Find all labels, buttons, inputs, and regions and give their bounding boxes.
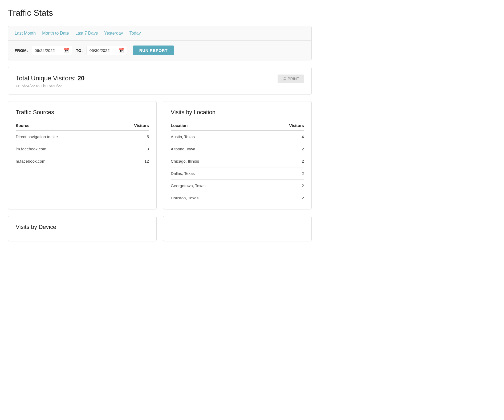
location-col-header: Location xyxy=(171,121,264,131)
traffic-visitors-cell: 12 xyxy=(114,155,149,167)
from-label: FROM: xyxy=(15,48,28,53)
to-calendar-icon[interactable]: 📅 xyxy=(118,48,124,53)
quick-filter-yesterday[interactable]: Yesterday xyxy=(104,31,123,36)
table-row: Altoona, Iowa 2 xyxy=(171,143,304,155)
summary-title: Total Unique Visitors: 20 xyxy=(16,75,84,82)
traffic-visitors-cell: 3 xyxy=(114,143,149,155)
location-visitors-cell: 4 xyxy=(264,131,304,143)
traffic-sources-card: Traffic Sources Source Visitors Direct n… xyxy=(8,101,157,209)
to-label: TO: xyxy=(76,48,83,53)
quick-filter-last-7-days[interactable]: Last 7 Days xyxy=(75,31,98,36)
filter-card: Last Month Month to Date Last 7 Days Yes… xyxy=(8,26,312,60)
visits-by-location-table: Location Visitors Austin, Texas 4 Altoon… xyxy=(171,121,304,204)
date-row: FROM: 📅 TO: 📅 RUN REPORT xyxy=(8,41,311,60)
table-row: Direct navigation to site 5 xyxy=(16,131,149,143)
location-cell: Austin, Texas xyxy=(171,131,264,143)
bottom-cards-section: Visits by Device xyxy=(8,216,312,241)
summary-date-range: Fri 6/24/22 to Thu 6/30/22 xyxy=(16,84,84,88)
from-calendar-icon[interactable]: 📅 xyxy=(63,48,69,53)
visits-by-location-title: Visits by Location xyxy=(171,109,304,116)
location-cell: Altoona, Iowa xyxy=(171,143,264,155)
run-report-button[interactable]: RUN REPORT xyxy=(133,46,174,55)
traffic-visitors-col-header: Visitors xyxy=(114,121,149,131)
summary-card: Total Unique Visitors: 20 Fri 6/24/22 to… xyxy=(8,67,312,95)
table-row: Chicago, Illinois 2 xyxy=(171,155,304,167)
location-visitors-cell: 2 xyxy=(264,143,304,155)
quick-filter-today[interactable]: Today xyxy=(129,31,141,36)
traffic-visitors-cell: 5 xyxy=(114,131,149,143)
table-row: Austin, Texas 4 xyxy=(171,131,304,143)
to-date-input[interactable] xyxy=(90,48,116,53)
location-visitors-cell: 2 xyxy=(264,155,304,167)
from-date-input[interactable] xyxy=(35,48,61,53)
table-row: m.facebook.com 12 xyxy=(16,155,149,167)
printer-icon: 🖨 xyxy=(282,77,286,81)
print-button[interactable]: 🖨 PRINT xyxy=(278,75,304,83)
location-visitors-cell: 2 xyxy=(264,180,304,192)
traffic-source-cell: Direct navigation to site xyxy=(16,131,114,143)
location-visitors-cell: 2 xyxy=(264,167,304,180)
traffic-sources-title: Traffic Sources xyxy=(16,109,149,116)
quick-filters-bar: Last Month Month to Date Last 7 Days Yes… xyxy=(8,26,311,41)
traffic-sources-table: Source Visitors Direct navigation to sit… xyxy=(16,121,149,167)
location-visitors-cell: 2 xyxy=(264,192,304,204)
traffic-source-cell: lm.facebook.com xyxy=(16,143,114,155)
page-title: Traffic Stats xyxy=(8,8,312,18)
location-cell: Dallas, Texas xyxy=(171,167,264,180)
bottom-right-card xyxy=(163,216,312,241)
location-cell: Houston, Texas xyxy=(171,192,264,204)
to-date-input-wrap: 📅 xyxy=(87,46,127,55)
visits-by-device-card: Visits by Device xyxy=(8,216,157,241)
two-col-section: Traffic Sources Source Visitors Direct n… xyxy=(8,101,312,209)
visits-by-location-card: Visits by Location Location Visitors Aus… xyxy=(163,101,312,209)
table-row: Dallas, Texas 2 xyxy=(171,167,304,180)
quick-filter-month-to-date[interactable]: Month to Date xyxy=(42,31,69,36)
traffic-source-cell: m.facebook.com xyxy=(16,155,114,167)
table-row: lm.facebook.com 3 xyxy=(16,143,149,155)
location-visitors-col-header: Visitors xyxy=(264,121,304,131)
from-date-input-wrap: 📅 xyxy=(32,46,72,55)
location-cell: Georgetown, Texas xyxy=(171,180,264,192)
table-row: Houston, Texas 2 xyxy=(171,192,304,204)
traffic-source-col-header: Source xyxy=(16,121,114,131)
location-cell: Chicago, Illinois xyxy=(171,155,264,167)
summary-text: Total Unique Visitors: 20 Fri 6/24/22 to… xyxy=(16,75,84,88)
visits-by-device-title: Visits by Device xyxy=(16,224,149,230)
quick-filter-last-month[interactable]: Last Month xyxy=(15,31,36,36)
table-row: Georgetown, Texas 2 xyxy=(171,180,304,192)
